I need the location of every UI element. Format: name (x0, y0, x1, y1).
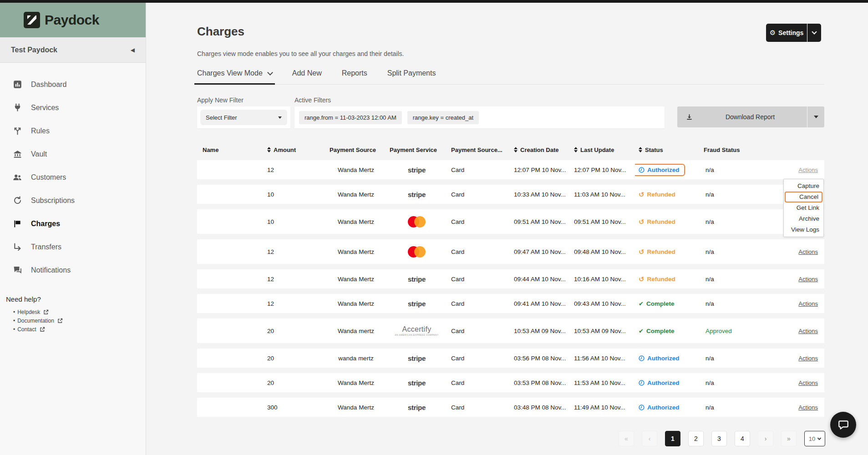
menu-item-get-link[interactable]: Get Link (784, 202, 823, 213)
cell-amount: 12 (264, 300, 326, 307)
sidebar-item-charges[interactable]: Charges (0, 212, 146, 235)
cell-payment-source: Wanda mertz (326, 328, 386, 334)
column-header-payment-service: Payment Service (386, 147, 447, 153)
status-complete: ✔Complete (639, 300, 700, 307)
customers-icon (12, 172, 23, 182)
status-complete: ✔Complete (639, 328, 700, 334)
filter-chip[interactable]: range.key = created_at (407, 111, 479, 124)
pagination-page-4[interactable]: 4 (735, 431, 750, 446)
sidebar-item-dashboard[interactable]: Dashboard (0, 73, 146, 96)
tab-label: Add New (292, 69, 322, 77)
help-link-label: Contact (17, 326, 36, 333)
tab-reports[interactable]: Reports (342, 69, 367, 84)
tab-split-payments[interactable]: Split Payments (387, 69, 436, 84)
sort-icon[interactable] (639, 147, 642, 152)
status-label: Refunded (647, 191, 675, 198)
table-row: 300Wanda MertzstripeCard03:48 PM 08 Nov.… (197, 398, 824, 417)
column-header-fraud-status: Fraud Status (700, 147, 784, 153)
download-icon (685, 113, 693, 121)
sort-icon[interactable] (514, 147, 518, 152)
sidebar-item-transfers[interactable]: Transfers (0, 235, 146, 258)
sidebar-item-customers[interactable]: Customers (0, 166, 146, 189)
menu-item-view-logs[interactable]: View Logs (784, 224, 823, 235)
download-report-button[interactable]: Download Report (677, 106, 824, 127)
column-header-creation-date[interactable]: Creation Date (510, 147, 570, 153)
check-icon: ✔ (639, 328, 644, 334)
stripe-logo: stripe (408, 191, 426, 198)
tab-charges-view-mode[interactable]: Charges View Mode (197, 69, 272, 84)
vault-icon (12, 149, 23, 159)
sort-icon[interactable] (574, 147, 578, 152)
cell-payment-source: Wanda Mertz (326, 379, 386, 386)
cell-payment-source: Wanda Mertz (326, 300, 386, 307)
column-header-payment-source: Payment Source (326, 147, 386, 153)
pagination-last-button[interactable]: » (781, 431, 797, 446)
page-title: Charges (197, 25, 244, 39)
pagination-page-2[interactable]: 2 (688, 431, 704, 446)
accertify-logo: Accertify*AN AMERICAN EXPRESS COMPANY (395, 326, 439, 336)
sidebar-item-vault[interactable]: Vault (0, 142, 146, 166)
sidebar-collapse-icon[interactable]: ◀ (131, 47, 135, 53)
download-caret-button[interactable] (807, 116, 824, 118)
column-header-status[interactable]: Status (635, 147, 700, 153)
actions-link[interactable]: Actions (798, 167, 818, 173)
caret-down-icon (814, 116, 818, 118)
cell-status: ↺Refunded (635, 218, 700, 225)
cell-fraud-status: n/a (700, 191, 784, 198)
status-label: Authorized (647, 355, 680, 362)
column-label: Payment Service (390, 147, 437, 153)
page-size-select[interactable]: 10 (804, 431, 825, 446)
cell-payment-source: Wanda Mertz (326, 404, 386, 411)
help-link-helpdesk[interactable]: Helpdesk (13, 309, 146, 315)
menu-item-cancel[interactable]: Cancel (785, 192, 822, 202)
actions-link[interactable]: Actions (798, 379, 818, 386)
help-link-documentation[interactable]: Documentation (13, 318, 146, 324)
pagination-page-3[interactable]: 3 (711, 431, 727, 446)
actions-link[interactable]: Actions (798, 404, 818, 411)
settings-button[interactable]: ⚙ Settings (766, 24, 821, 42)
sort-icon[interactable] (267, 147, 271, 152)
pagination-page-1[interactable]: 1 (665, 431, 680, 446)
cell-last-update: 11:03 AM 10 Nov... (570, 191, 635, 198)
sidebar-item-label: Dashboard (31, 81, 66, 89)
actions-link[interactable]: Actions (798, 276, 818, 283)
sidebar-item-label: Vault (31, 150, 47, 158)
column-label: Payment Source (330, 147, 376, 153)
stripe-logo: stripe (408, 166, 426, 174)
accertify-caption: AN AMERICAN EXPRESS COMPANY (395, 334, 439, 336)
cell-payment-source: Wanda Mertz (326, 191, 386, 198)
tab-add-new[interactable]: Add New (292, 69, 322, 84)
cell-status: ↺Refunded (635, 276, 700, 283)
filter-chip[interactable]: range.from = 11-03-2023 12:00 AM (299, 111, 402, 124)
sidebar-item-services[interactable]: Services (0, 96, 146, 119)
cell-payment-service: Accertify*AN AMERICAN EXPRESS COMPANY (386, 326, 447, 336)
menu-item-archive[interactable]: Archive (784, 213, 823, 224)
actions-link[interactable]: Actions (798, 300, 818, 307)
cell-payment-source-type: Card (447, 248, 510, 255)
pagination-first-button[interactable]: « (619, 431, 634, 446)
menu-item-capture[interactable]: Capture (784, 181, 823, 192)
cell-fraud-status: n/a (700, 218, 784, 225)
sidebar-item-subscriptions[interactable]: Subscriptions (0, 189, 146, 212)
stripe-logo: stripe (408, 354, 426, 362)
chat-launcher-button[interactable] (830, 412, 856, 438)
cell-creation-date: 09:44 AM 10 Nov... (510, 276, 570, 283)
filter-select[interactable]: Select Filter (200, 110, 287, 125)
help-link-contact[interactable]: Contact (13, 326, 146, 333)
pagination-prev-button[interactable]: ‹ (642, 431, 657, 446)
sidebar-item-rules[interactable]: Rules (0, 119, 146, 142)
column-header-last-update[interactable]: Last Update (570, 147, 635, 153)
pagination-next-button[interactable]: › (758, 431, 773, 446)
settings-caret-button[interactable] (807, 32, 821, 34)
settings-label: Settings (778, 29, 803, 36)
cell-payment-source-type: Card (447, 300, 510, 307)
actions-link[interactable]: Actions (798, 355, 818, 362)
column-header-amount[interactable]: Amount (264, 147, 326, 153)
cell-payment-service (386, 216, 447, 228)
sidebar-item-notifications[interactable]: Notifications (0, 258, 146, 282)
actions-dropdown-menu: CaptureCancelGet LinkArchiveView Logs (783, 179, 824, 237)
account-switcher[interactable]: Test Paydock ◀ (0, 37, 146, 63)
actions-link[interactable]: Actions (798, 248, 818, 255)
sidebar-item-label: Notifications (31, 266, 71, 274)
actions-link[interactable]: Actions (798, 328, 818, 334)
